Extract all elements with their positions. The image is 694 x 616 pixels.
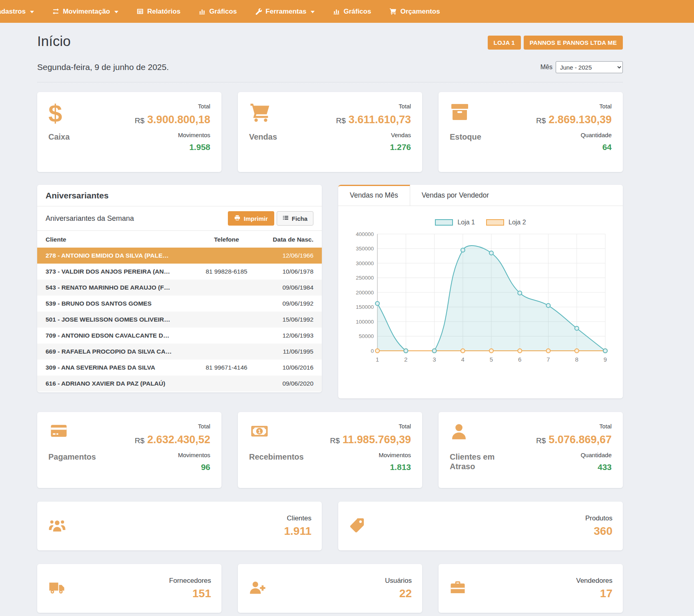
svg-text:9: 9: [604, 356, 607, 363]
pagamentos-total-value: R$2.632.430,52: [135, 434, 210, 446]
exchange-icon: [52, 8, 59, 15]
produtos-card: Produtos 360: [338, 502, 623, 550]
recebimentos-total-value: R$11.985.769,39: [330, 434, 411, 446]
clientes-label: Clientes: [284, 514, 311, 522]
tag-icon: [349, 517, 365, 535]
bar-chart-icon: [333, 8, 340, 15]
vendas-label: Vendas: [249, 132, 277, 142]
tab-vendas-no-mes[interactable]: Vendas no Mês: [338, 185, 410, 206]
table-row[interactable]: 709 - ANTONIO EDSON CAVALCANTE D… 12/06/…: [37, 328, 322, 344]
ficha-button[interactable]: Ficha: [277, 211, 313, 226]
table-row[interactable]: 278 - ANTONIO EMIDIO DA SILVA (PALE… 12/…: [37, 248, 322, 264]
legend-label: Loja 1: [457, 219, 475, 226]
aniversariantes-title: Aniversariantes: [37, 185, 322, 206]
nav-item-graficos-1[interactable]: Gráficos: [189, 0, 246, 23]
pagamentos-label: Pagamentos: [48, 452, 96, 462]
nav-item-cadastros[interactable]: Cadastros: [0, 0, 43, 23]
caixa-count-value: 1.958: [135, 142, 210, 152]
nav-label: Ferramentas: [265, 8, 306, 16]
imprimir-button[interactable]: Imprimir: [228, 211, 274, 226]
truck-icon: [48, 580, 66, 597]
nav-label: Movimentação: [63, 8, 110, 16]
table-row[interactable]: 309 - ANA SEVERINA PAES DA SILVA 81 9967…: [37, 360, 322, 376]
table-row[interactable]: 539 - BRUNO DOS SANTOS GOMES 09/06/1992: [37, 296, 322, 312]
briefcase-icon: [449, 579, 467, 598]
table-row[interactable]: 616 - ADRIANO XAVIER DA PAZ (PALAÚ) 09/0…: [37, 376, 322, 392]
clientes-atraso-count-value: 433: [536, 462, 612, 472]
vendas-total-value: R$3.611.610,73: [336, 114, 411, 126]
main-content: Início LOJA 1 PANNOS E PANNOS LTDA ME Se…: [37, 23, 623, 616]
top-navbar: Cadastros Movimentação Relatórios Gráfic…: [0, 0, 694, 23]
chart-legend: Loja 1 Loja 2: [347, 219, 614, 226]
svg-text:7: 7: [546, 356, 550, 363]
total-label: Total: [536, 103, 612, 110]
usuarios-label: Usuários: [385, 577, 412, 585]
usuarios-value: 22: [385, 587, 412, 600]
month-select[interactable]: June - 2025: [556, 61, 623, 73]
nav-item-movimentacao[interactable]: Movimentação: [43, 0, 128, 23]
users-icon: [48, 517, 67, 535]
caret-down-icon: [114, 11, 118, 13]
pagamentos-card: Pagamentos Total R$2.632.430,52 Moviment…: [37, 412, 221, 488]
sales-chart-panel: Vendas no Mês Vendas por Vendedor Loja 1…: [338, 185, 623, 398]
caret-down-icon: [30, 11, 34, 13]
legend-item-loja1[interactable]: Loja 1: [435, 219, 475, 226]
svg-text:8: 8: [575, 356, 578, 363]
month-label: Mês: [540, 64, 552, 71]
estoque-count-value: 64: [536, 142, 612, 152]
usuarios-card: Usuários 22: [238, 564, 422, 613]
svg-text:3: 3: [433, 356, 436, 363]
fornecedores-card: Fornecedores 151: [37, 564, 221, 613]
svg-text:350000: 350000: [356, 246, 374, 252]
total-label: Total: [536, 423, 612, 430]
report-icon: [137, 8, 144, 15]
movimentos-label: Movimentos: [330, 452, 411, 458]
table-row[interactable]: 543 - RENATO MARINHO DE ARAUJO (F… 09/06…: [37, 280, 322, 296]
estoque-total-value: R$2.869.130,39: [536, 114, 612, 126]
recebimentos-count-value: 1.813: [330, 462, 411, 472]
nav-label: Cadastros: [0, 8, 26, 16]
tab-vendas-por-vendedor[interactable]: Vendas por Vendedor: [410, 185, 501, 206]
clientes-value: 1.911: [284, 525, 311, 538]
printer-icon: [234, 215, 240, 222]
money-bill-icon: 1: [249, 422, 301, 446]
nav-item-ferramentas[interactable]: Ferramentas: [246, 0, 324, 23]
table-row[interactable]: 501 - JOSE WELISSON GOMES OLIVEIR… 15/06…: [37, 312, 322, 328]
svg-text:400000: 400000: [356, 231, 374, 237]
quantidade-label: Quantidade: [536, 452, 612, 458]
svg-text:50000: 50000: [359, 333, 374, 339]
col-cliente: Cliente: [37, 231, 194, 248]
nav-item-orcamentos[interactable]: Orçamentos: [380, 0, 449, 23]
table-row[interactable]: 669 - RAFAELA PROCOPIO DA SILVA CA… 11/0…: [37, 344, 322, 360]
nav-item-relatorios[interactable]: Relatórios: [128, 0, 189, 23]
chart-tabs: Vendas no Mês Vendas por Vendedor: [338, 185, 623, 206]
nav-item-graficos-2[interactable]: Gráficos: [324, 0, 380, 23]
produtos-value: 360: [585, 525, 612, 538]
loja2-swatch: [486, 219, 504, 226]
nav-label: Orçamentos: [400, 8, 440, 16]
total-label: Total: [336, 103, 411, 110]
company-badge-button[interactable]: PANNOS E PANNOS LTDA ME: [524, 36, 623, 50]
user-plus-icon: [248, 579, 267, 598]
svg-text:250000: 250000: [356, 275, 374, 281]
svg-text:1: 1: [258, 428, 261, 434]
fornecedores-value: 151: [169, 587, 211, 600]
col-telefone: Telefone: [194, 231, 259, 248]
store-badge-button[interactable]: LOJA 1: [488, 36, 521, 50]
clientes-atraso-total-value: R$5.076.869,67: [536, 434, 612, 446]
col-data-nasc: Data de Nasc.: [259, 231, 322, 248]
svg-text:0: 0: [371, 348, 374, 354]
navbar-items: Cadastros Movimentação Relatórios Gráfic…: [0, 0, 449, 23]
wrench-icon: [255, 8, 262, 15]
nav-label: Gráficos: [343, 8, 371, 16]
caret-down-icon: [311, 11, 315, 13]
legend-item-loja2[interactable]: Loja 2: [486, 219, 526, 226]
shopping-cart-icon: [249, 102, 277, 126]
ficha-label: Ficha: [292, 215, 307, 222]
total-label: Total: [135, 423, 210, 430]
table-row[interactable]: 373 - VALDIR DOS ANJOS PEREIRA (AN… 81 9…: [37, 264, 322, 280]
loja1-swatch: [435, 219, 453, 226]
clientes-atraso-card: Clientes em Atraso Total R$5.076.869,67 …: [439, 412, 623, 488]
recebimentos-label: Recebimentos: [249, 452, 301, 462]
credit-card-icon: [48, 422, 96, 446]
